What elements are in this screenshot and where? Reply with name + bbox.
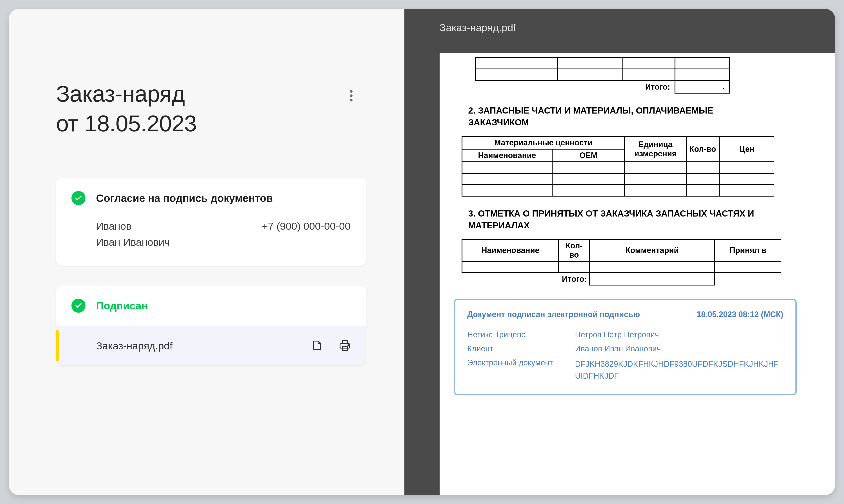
pdf-section2-title: 2. ЗАПАСНЫЕ ЧАСТИ И МАТЕРИАЛЫ, ОПЛАЧИВАЕ… (468, 105, 776, 128)
svg-point-0 (350, 90, 352, 93)
sig-row-value: Иванов Иван Иванович (575, 344, 783, 353)
sig-row-value: Петров Пётр Петрович (575, 330, 783, 339)
signature-timestamp: 18.05.2023 08:12 (МСК) (697, 310, 783, 319)
pdf-titlebar: Заказ-наряд.pdf (404, 9, 835, 46)
printer-icon (339, 339, 351, 352)
book-icon (311, 339, 323, 352)
svg-point-2 (350, 99, 352, 102)
signed-status-label: Подписан (96, 300, 148, 312)
consent-person-name: Иванов Иван Иванович (96, 218, 223, 250)
check-circle-icon (71, 191, 86, 205)
pdf-section3-title: 3. ОТМЕТКА О ПРИНЯТЫХ ОТ ЗАКАЗЧИКА ЗАПАС… (468, 208, 776, 231)
pdf-section1-stub: Итого: . (475, 57, 835, 93)
svg-point-6 (348, 345, 349, 346)
file-name-label: Заказ-наряд.pdf (96, 340, 309, 352)
check-circle-icon (71, 299, 86, 313)
more-options-button[interactable] (344, 89, 358, 103)
svg-rect-4 (342, 341, 347, 344)
consent-card-header: Согласие на подпись документов (56, 178, 366, 212)
pdf-page: Итого: . 2. ЗАПАСНЫЕ ЧАСТИ И МАТЕРИАЛЫ, … (440, 53, 835, 495)
signed-card: Подписан Заказ-наряд.pdf (56, 286, 366, 365)
consent-person-phone: +7 (900) 000-00-00 (223, 218, 350, 250)
app-window: Заказ-наряд от 18.05.2023 Согласие на по… (9, 9, 835, 495)
file-actions (309, 338, 353, 354)
pdf-file-name: Заказ-наряд.pdf (440, 21, 516, 34)
pdf-table-parts: Материальные ценности Единица измерения … (462, 136, 774, 197)
signature-title: Документ подписан электронной подписью (467, 310, 640, 319)
svg-point-1 (350, 94, 352, 97)
signature-box: Документ подписан электронной подписью 1… (454, 299, 797, 395)
file-row[interactable]: Заказ-наряд.pdf (56, 326, 366, 365)
open-document-button[interactable] (309, 338, 325, 354)
pdf-viewport[interactable]: Итого: . 2. ЗАПАСНЫЕ ЧАСТИ И МАТЕРИАЛЫ, … (404, 46, 835, 495)
details-panel: Заказ-наряд от 18.05.2023 Согласие на по… (9, 9, 404, 495)
page-title: Заказ-наряд от 18.05.2023 (56, 79, 366, 138)
consent-card: Согласие на подпись документов Иванов Ив… (56, 178, 366, 266)
page-title-line1: Заказ-наряд (56, 81, 185, 107)
pdf-preview-panel: Заказ-наряд.pdf Итого: . 2. ЗАПАСНЫЕ ЧАС… (404, 9, 835, 495)
kebab-icon (350, 90, 352, 102)
print-button[interactable] (337, 338, 353, 354)
sig-row-key: Электронный документ (467, 358, 575, 382)
page-title-line2: от 18.05.2023 (56, 111, 197, 136)
sig-document-id: DFJKH3829KJDKFHKJHDF9380UFDFKJSDHFKJHKJH… (575, 358, 783, 382)
consent-card-body: Иванов Иван Иванович +7 (900) 000-00-00 (56, 212, 366, 266)
sig-row-key: Нетикс Трицепс (467, 330, 575, 339)
signed-card-header: Подписан (56, 286, 366, 319)
sig-row-key: Клиент (467, 344, 575, 353)
pdf-table-accepted: Наименование Кол-во Комментарий Принял в… (462, 239, 781, 286)
consent-card-title: Согласие на подпись документов (96, 192, 273, 204)
